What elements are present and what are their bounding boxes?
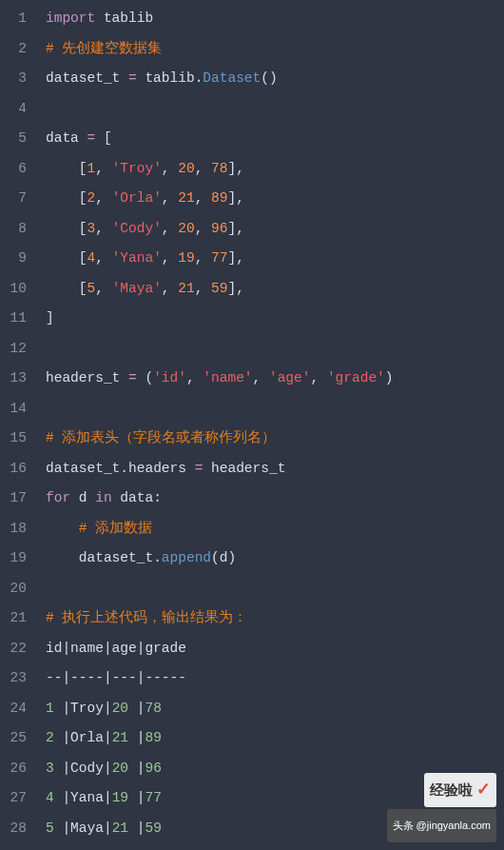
line-number: 23 — [0, 663, 27, 694]
code-line[interactable]: [2, 'Orla', 21, 89], — [46, 184, 504, 214]
watermark-title: 经验啦 ✓ — [424, 773, 496, 807]
code-token: headers_t — [46, 370, 128, 385]
code-line[interactable]: # 添加数据 — [46, 514, 504, 544]
code-token: |Orla| — [54, 730, 112, 745]
code-line[interactable]: data = [ — [46, 124, 504, 154]
code-line[interactable]: [4, 'Yana', 19, 77], — [46, 244, 504, 274]
code-token: , — [95, 190, 111, 206]
code-token: # 添加数据 — [79, 521, 152, 536]
code-token: for — [46, 490, 70, 505]
code-token: 'grade' — [327, 370, 385, 385]
code-line[interactable]: dataset_t.headers = headers_t — [46, 454, 504, 484]
code-token: Dataset — [203, 70, 261, 86]
code-line[interactable]: --|----|---|----- — [46, 663, 504, 694]
code-token: 3 — [87, 221, 96, 236]
code-token: 'Cody' — [112, 221, 162, 236]
code-token: 'age' — [269, 370, 311, 385]
code-token: 19 — [112, 790, 128, 805]
code-line[interactable]: dataset_t = tablib.Dataset() — [46, 64, 504, 94]
code-token: 'Maya' — [112, 281, 162, 296]
code-token: = — [128, 370, 137, 385]
code-token: . — [120, 461, 128, 476]
code-token: 21 — [178, 190, 194, 206]
code-token: 89 — [211, 190, 227, 206]
code-token: = — [87, 130, 96, 146]
code-token: 59 — [211, 281, 227, 296]
code-token: 'name' — [203, 370, 252, 385]
code-line[interactable]: # 先创建空数据集 — [46, 34, 504, 65]
code-token: 'id' — [153, 370, 186, 385]
code-line[interactable] — [46, 574, 504, 604]
code-token: ], — [227, 281, 243, 296]
code-token: # 执行上述代码，输出结果为： — [46, 610, 247, 625]
code-token: , — [162, 161, 178, 176]
code-token: import — [46, 10, 95, 26]
code-line[interactable]: 1 |Troy|20 |78 — [46, 694, 504, 724]
line-number: 17 — [0, 484, 27, 514]
code-token: ( — [211, 550, 220, 565]
code-line[interactable]: for d in data: — [46, 484, 504, 514]
code-line[interactable]: headers_t = ('id', 'name', 'age', 'grade… — [46, 364, 504, 394]
code-token: = — [128, 70, 137, 86]
code-token: ], — [227, 250, 243, 266]
code-token: , — [95, 281, 111, 296]
code-line[interactable]: [1, 'Troy', 20, 78], — [46, 154, 504, 185]
line-number: 19 — [0, 544, 27, 574]
code-token: 2 — [46, 730, 54, 745]
code-token: ], — [227, 190, 243, 206]
code-line[interactable] — [46, 334, 504, 365]
code-token: 4 — [46, 790, 54, 805]
code-line[interactable]: [3, 'Cody', 20, 96], — [46, 214, 504, 245]
code-token: ] — [46, 310, 54, 326]
code-line[interactable]: [5, 'Maya', 21, 59], — [46, 274, 504, 305]
line-number: 13 — [0, 364, 27, 394]
code-token: tablib — [95, 10, 153, 26]
code-line[interactable]: # 执行上述代码，输出结果为： — [46, 603, 504, 634]
code-token: 5 — [46, 820, 54, 836]
code-token: |Troy| — [54, 701, 112, 716]
code-editor[interactable]: 1234567891011121314151617181920212223242… — [0, 0, 504, 850]
code-line[interactable] — [46, 94, 504, 125]
check-icon: ✓ — [476, 775, 491, 805]
code-token: ], — [227, 221, 243, 236]
code-token: , — [162, 281, 178, 296]
code-line[interactable]: ] — [46, 304, 504, 334]
line-number: 16 — [0, 454, 27, 484]
code-token: dataset_t — [46, 70, 128, 86]
code-token: , — [195, 161, 211, 176]
code-token: [ — [46, 221, 87, 236]
line-number: 11 — [0, 304, 27, 334]
code-token: ) — [385, 370, 394, 385]
code-token: 21 — [112, 730, 128, 745]
code-token: 2 — [87, 190, 96, 206]
code-line[interactable]: 2 |Orla|21 |89 — [46, 723, 504, 754]
line-number: 8 — [0, 214, 27, 245]
code-token: , — [186, 370, 203, 385]
code-token: id|name|age|grade — [46, 641, 186, 656]
code-line[interactable]: # 添加表头（字段名或者称作列名） — [46, 424, 504, 454]
line-number: 2 — [0, 34, 27, 65]
code-token: headers_t — [203, 461, 285, 476]
code-token: ( — [137, 370, 153, 385]
line-number: 24 — [0, 694, 27, 724]
code-token: | — [128, 730, 145, 745]
code-content[interactable]: import tablib# 先创建空数据集dataset_t = tablib… — [36, 0, 504, 850]
code-line[interactable]: id|name|age|grade — [46, 634, 504, 664]
code-token: 'Orla' — [112, 190, 162, 206]
code-line[interactable]: import tablib — [46, 4, 504, 34]
code-token: 4 — [87, 250, 96, 266]
line-number: 20 — [0, 574, 27, 604]
code-token: , — [95, 221, 111, 236]
code-token: 20 — [112, 701, 128, 716]
line-number: 12 — [0, 334, 27, 365]
code-line[interactable]: dataset_t.append(d) — [46, 544, 504, 574]
code-token: [ — [46, 250, 87, 266]
line-number: 15 — [0, 424, 27, 454]
code-token: , — [95, 250, 111, 266]
code-token: 96 — [211, 221, 227, 236]
code-token: [ — [95, 130, 111, 146]
code-token: tablib — [137, 70, 195, 86]
line-number: 5 — [0, 124, 27, 154]
code-token: 20 — [178, 221, 194, 236]
code-line[interactable] — [46, 394, 504, 425]
